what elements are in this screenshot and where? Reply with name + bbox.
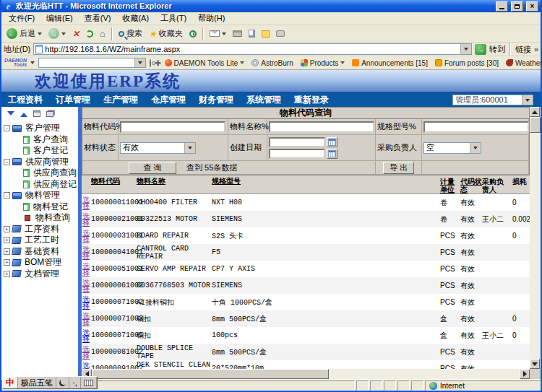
column-header-spec[interactable]: 规格型号 <box>212 178 440 186</box>
daemon-toolbar-item[interactable]: AstroBurn <box>251 59 293 67</box>
edit-button[interactable] <box>246 26 257 42</box>
scroll-down-button[interactable] <box>530 359 540 369</box>
tree-item[interactable]: 客户登记 <box>14 145 78 157</box>
minimize-button[interactable] <box>496 1 508 12</box>
daemon-search-field[interactable] <box>38 58 146 68</box>
tree-item-label[interactable]: 供应商登记 <box>32 178 78 191</box>
tree-item-label[interactable]: 物料管理 <box>24 189 61 201</box>
menu-item[interactable]: 工具(T) <box>155 12 192 25</box>
ime-punctuation-button[interactable]: ·, <box>69 377 81 388</box>
row-select-link[interactable]: 选择 <box>82 362 90 370</box>
address-url[interactable]: http://192.168.1.6/WZ/mainframe.aspx <box>45 45 458 53</box>
tree-item[interactable]: 供应商管理 <box>4 157 78 168</box>
tree-expander-icon[interactable] <box>4 237 10 243</box>
tree-item-label[interactable]: 工艺工时 <box>23 234 61 246</box>
current-user-select[interactable]: 管理员:600001 <box>452 95 533 105</box>
tree-expander-icon[interactable] <box>4 192 10 199</box>
horizontal-scroll-thumb[interactable] <box>92 369 329 379</box>
tree-expander-icon[interactable] <box>4 226 10 232</box>
home-button[interactable]: ⌂ <box>98 26 108 42</box>
mail-dropdown-icon[interactable] <box>222 32 226 38</box>
query-button[interactable]: 查 询 <box>129 162 176 174</box>
daemon-toolbar-item[interactable]: DAEMON Tools Lite <box>165 59 245 67</box>
tree-item[interactable]: BOM管理 <box>4 257 78 269</box>
menu-item[interactable]: 帮助(H) <box>192 12 231 25</box>
tree-layers-icon[interactable] <box>46 111 53 117</box>
messenger-button[interactable] <box>259 26 272 42</box>
buyer-dropdown-icon[interactable] <box>470 143 481 153</box>
daemon-logo[interactable]: DAEMON Tools <box>4 58 27 67</box>
daemon-toolbar-item[interactable]: Weather <box>506 59 542 67</box>
address-dropdown-button[interactable] <box>460 44 471 54</box>
daemon-search-icon[interactable] <box>150 59 151 67</box>
daemon-search-dropdown-button[interactable] <box>134 58 145 67</box>
daemon-logo-dropdown-icon[interactable] <box>30 61 35 66</box>
forward-button[interactable]: → <box>46 26 68 42</box>
vertical-scroll-track[interactable] <box>530 133 541 359</box>
vertical-scroll-thumb[interactable] <box>530 117 541 133</box>
status-dropdown-icon[interactable] <box>184 143 195 153</box>
nav-menu-item[interactable]: 生产管理 <box>97 94 145 106</box>
tree-expander-icon[interactable] <box>4 259 10 266</box>
nav-menu-item[interactable]: 订单管理 <box>49 94 97 106</box>
row-select-link[interactable]: 选择 <box>82 346 90 359</box>
date-from-input[interactable] <box>269 137 325 147</box>
date-to-input[interactable] <box>269 149 325 159</box>
tree-item-label[interactable]: 工序资料 <box>23 223 61 235</box>
menu-item[interactable]: 查看(V) <box>79 12 117 25</box>
nav-menu-item[interactable]: 财务管理 <box>192 94 240 106</box>
daemon-add-icon[interactable]: ✚ <box>155 59 160 67</box>
tree-item-label[interactable]: 供应商查询 <box>32 167 78 179</box>
row-select-link[interactable]: 选择 <box>82 263 90 276</box>
tree-item-label[interactable]: 基础资料 <box>23 245 61 258</box>
back-dropdown-icon[interactable] <box>38 32 42 38</box>
tree-item-label[interactable]: 客户查询 <box>32 134 69 146</box>
tree-expander-icon[interactable] <box>4 271 10 277</box>
refresh-button[interactable] <box>84 26 95 42</box>
scroll-right-button[interactable] <box>520 369 530 379</box>
go-label[interactable]: 转到 <box>489 44 505 55</box>
scroll-up-button[interactable] <box>530 107 540 117</box>
tree-expander-icon[interactable] <box>4 159 10 165</box>
search-button[interactable]: 搜索 <box>116 26 145 42</box>
tree-expander-icon[interactable] <box>4 248 10 255</box>
nav-menu-item[interactable]: 系统管理 <box>240 94 288 106</box>
stop-button[interactable]: ✕ <box>70 26 82 42</box>
column-header-status[interactable]: 代码状态 <box>460 178 482 193</box>
tree-expand-all-icon[interactable] <box>20 109 27 117</box>
ime-keyboard-button[interactable] <box>81 377 97 388</box>
spec-input[interactable] <box>423 121 529 133</box>
tree-item[interactable]: 基础资料 <box>4 246 78 258</box>
history-button[interactable] <box>187 26 199 42</box>
restore-button[interactable] <box>511 1 523 12</box>
ime-language-button[interactable]: 中 <box>3 377 18 388</box>
daemon-search-input[interactable] <box>39 58 134 67</box>
links-label[interactable]: 链接 <box>515 44 531 55</box>
code-input[interactable] <box>120 121 225 133</box>
daemon-toolbar-item[interactable]: Products <box>301 59 345 67</box>
tree-item[interactable]: 工艺工时 <box>4 235 78 246</box>
nav-menu-item[interactable]: 仓库管理 <box>145 94 192 106</box>
ime-fullwidth-button[interactable] <box>56 377 69 388</box>
horizontal-scroll-track[interactable] <box>329 369 520 379</box>
tree-item-label[interactable]: 客户登记 <box>32 144 69 157</box>
tree-item-label[interactable]: BOM管理 <box>23 256 63 269</box>
mail-button[interactable] <box>207 26 228 42</box>
print-button[interactable] <box>231 26 244 42</box>
tree-item-label[interactable]: 物料登记 <box>32 201 69 213</box>
user-dropdown-icon[interactable] <box>522 95 533 105</box>
row-select-link[interactable]: 选择 <box>82 296 90 309</box>
discuss-button[interactable] <box>274 26 287 42</box>
tree-item[interactable]: 工序资料 <box>4 224 78 235</box>
address-field[interactable]: http://192.168.1.6/WZ/mainframe.aspx <box>33 43 472 55</box>
links-chevron-icon[interactable]: » <box>534 45 538 53</box>
tree-item[interactable]: 物料登记 <box>14 201 78 213</box>
tree-item-label[interactable]: 物料查询 <box>34 212 72 224</box>
row-select-link[interactable]: 选择 <box>82 279 90 292</box>
tree-expander-icon[interactable] <box>4 125 10 131</box>
daemon-toolbar-item[interactable]: Forum posts [30] <box>435 59 499 67</box>
back-button[interactable]: ← 后退 <box>4 26 44 42</box>
column-header-name[interactable]: 物料名称 <box>137 178 212 186</box>
row-select-link[interactable]: 选择 <box>82 313 90 326</box>
close-button[interactable]: × <box>526 1 538 12</box>
